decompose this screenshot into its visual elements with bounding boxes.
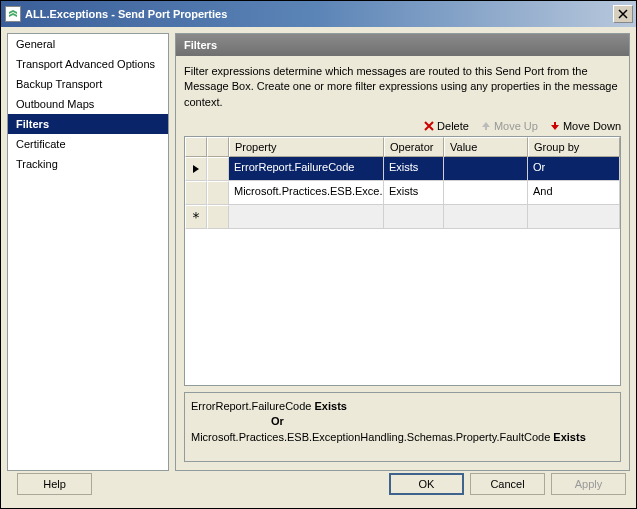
grid-row[interactable]: Microsoft.Practices.ESB.Exce... Exists A…: [185, 181, 620, 205]
panel-title: Filters: [176, 34, 629, 56]
col-marker: [207, 137, 229, 157]
row-marker: [207, 181, 229, 205]
moveup-label: Move Up: [494, 120, 538, 132]
nav-sidebar: General Transport Advanced Options Backu…: [7, 33, 169, 471]
row-indicator: [185, 157, 207, 181]
filter-grid: Property Operator Value Group by ErrorRe…: [184, 136, 621, 386]
cell-value[interactable]: [444, 181, 528, 205]
col-operator[interactable]: Operator: [384, 137, 444, 157]
window-title: ALL.Exceptions - Send Port Properties: [25, 8, 227, 20]
sidebar-item-tracking[interactable]: Tracking: [8, 154, 168, 174]
close-button[interactable]: [613, 5, 633, 23]
grid-toolbar: Delete Move Up Move Down: [184, 120, 621, 132]
summary-keyword: Or: [271, 415, 284, 427]
sidebar-item-backup-transport[interactable]: Backup Transport: [8, 74, 168, 94]
cell-operator[interactable]: [384, 205, 444, 229]
cell-value[interactable]: [444, 157, 528, 181]
grid-empty-area: [185, 229, 620, 385]
app-icon: [5, 6, 21, 22]
summary-text: Microsoft.Practices.ESB.ExceptionHandlin…: [191, 431, 553, 443]
summary-keyword: Exists: [315, 400, 347, 412]
row-marker: [207, 157, 229, 181]
cell-value[interactable]: [444, 205, 528, 229]
cell-groupby[interactable]: [528, 205, 620, 229]
grid-row-new[interactable]: *: [185, 205, 620, 229]
delete-label: Delete: [437, 120, 469, 132]
grid-row[interactable]: ErrorReport.FailureCode Exists Or: [185, 157, 620, 181]
cell-groupby[interactable]: Or: [528, 157, 620, 181]
filter-summary: ErrorReport.FailureCode Exists Or Micros…: [184, 392, 621, 462]
col-property[interactable]: Property: [229, 137, 384, 157]
moveup-action[interactable]: Move Up: [481, 120, 538, 132]
col-value[interactable]: Value: [444, 137, 528, 157]
dialog-buttons: Help OK Cancel Apply: [1, 471, 636, 503]
col-rowheader: [185, 137, 207, 157]
cell-property[interactable]: Microsoft.Practices.ESB.Exce...: [229, 181, 384, 205]
delete-action[interactable]: Delete: [424, 120, 469, 132]
apply-button[interactable]: Apply: [551, 473, 626, 495]
arrow-down-icon: [550, 121, 560, 131]
current-row-icon: [192, 164, 200, 174]
help-button[interactable]: Help: [17, 473, 92, 495]
titlebar: ALL.Exceptions - Send Port Properties: [1, 1, 636, 27]
sidebar-item-general[interactable]: General: [8, 34, 168, 54]
row-marker: [207, 205, 229, 229]
col-groupby[interactable]: Group by: [528, 137, 620, 157]
movedown-action[interactable]: Move Down: [550, 120, 621, 132]
summary-text: ErrorReport.FailureCode: [191, 400, 315, 412]
main-panel: Filters Filter expressions determine whi…: [175, 33, 630, 471]
arrow-up-icon: [481, 121, 491, 131]
row-indicator: *: [185, 205, 207, 229]
delete-icon: [424, 121, 434, 131]
cell-property[interactable]: [229, 205, 384, 229]
new-row-icon: *: [192, 209, 200, 225]
summary-keyword: Exists: [553, 431, 585, 443]
ok-button[interactable]: OK: [389, 473, 464, 495]
row-indicator: [185, 181, 207, 205]
sidebar-item-transport-advanced[interactable]: Transport Advanced Options: [8, 54, 168, 74]
cell-operator[interactable]: Exists: [384, 157, 444, 181]
panel-description: Filter expressions determine which messa…: [184, 64, 621, 110]
cell-property[interactable]: ErrorReport.FailureCode: [229, 157, 384, 181]
cell-operator[interactable]: Exists: [384, 181, 444, 205]
movedown-label: Move Down: [563, 120, 621, 132]
grid-header: Property Operator Value Group by: [185, 137, 620, 157]
sidebar-item-outbound-maps[interactable]: Outbound Maps: [8, 94, 168, 114]
cancel-button[interactable]: Cancel: [470, 473, 545, 495]
sidebar-item-certificate[interactable]: Certificate: [8, 134, 168, 154]
cell-groupby[interactable]: And: [528, 181, 620, 205]
sidebar-item-filters[interactable]: Filters: [8, 114, 168, 134]
